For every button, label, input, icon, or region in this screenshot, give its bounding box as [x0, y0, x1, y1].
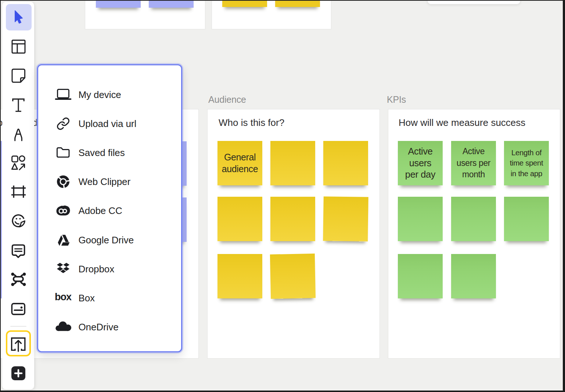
svg-text:box: box — [55, 291, 72, 302]
